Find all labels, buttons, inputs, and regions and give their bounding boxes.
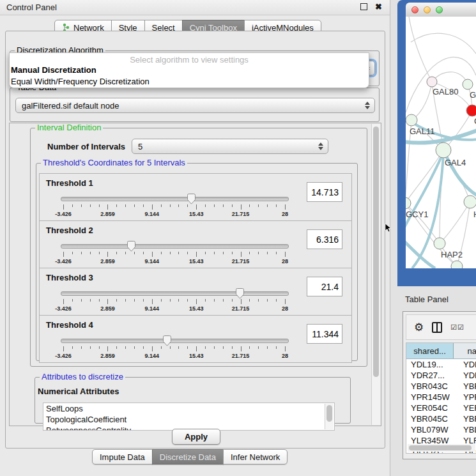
- close-traffic-icon[interactable]: [411, 6, 418, 13]
- cell-name[interactable]: YPR1: [454, 392, 476, 402]
- settings-scroll-panel: Interval Definition Number of Intervals …: [9, 123, 381, 426]
- zoom-traffic-icon[interactable]: [436, 6, 443, 13]
- slider-track[interactable]: [61, 197, 289, 201]
- tab-infer-network[interactable]: Infer Network: [223, 449, 288, 464]
- table-data-combobox[interactable]: galFiltered.sif default node: [15, 98, 375, 113]
- float-window-icon[interactable]: [360, 3, 367, 10]
- number-of-intervals-combobox[interactable]: 5: [132, 139, 328, 154]
- attributes-list-scrollbar[interactable]: [325, 404, 334, 429]
- table-row[interactable]: YBR043CYBR0: [406, 381, 476, 392]
- cell-shared-name[interactable]: YDR27...: [406, 371, 454, 380]
- apply-button[interactable]: Apply: [172, 429, 220, 445]
- slider-track[interactable]: [61, 339, 289, 343]
- slider-thumb[interactable]: [236, 288, 244, 299]
- threshold-label: Threshold 4: [46, 320, 93, 330]
- cell-shared-name[interactable]: YER054C: [406, 403, 454, 413]
- column-header-name[interactable]: na: [454, 343, 476, 358]
- mouse-cursor: [385, 223, 392, 233]
- slider-track[interactable]: [61, 291, 289, 296]
- table-row[interactable]: YDR27...YDR2: [406, 370, 476, 381]
- threshold-slider[interactable]: -3.4262.8599.14415.4321.71528: [61, 197, 288, 213]
- network-node-gal4[interactable]: [436, 142, 451, 158]
- tab-label: Impute Data: [100, 452, 145, 462]
- combo-stepper-icon: [318, 142, 323, 150]
- slider-tick-labels: -3.4262.8599.14415.4321.71528: [63, 258, 285, 265]
- node-table[interactable]: shared... na YDL19...YDL1YDR27...YDR2YBR…: [406, 342, 476, 454]
- numerical-attributes-label: Numerical Attributes: [38, 387, 119, 396]
- gear-icon[interactable]: ⚙: [414, 322, 424, 333]
- threshold-value-field[interactable]: 11.344: [307, 324, 342, 344]
- thresholds-group-title: Threshold's Coordinates for 5 Intervals: [41, 158, 187, 167]
- cell-name[interactable]: YDR2: [454, 371, 476, 380]
- attribute-item-topologicalcoefficient[interactable]: TopologicalCoefficient: [43, 414, 334, 425]
- popup-option-manual-discretization[interactable]: Manual Discretization: [10, 65, 369, 76]
- threshold-panel-threshold-4: Threshold 4-3.4262.8599.14415.4321.71528…: [39, 315, 352, 363]
- close-icon[interactable]: ✖: [375, 3, 382, 10]
- table-row[interactable]: YDL19...YDL1: [406, 359, 476, 370]
- threshold-slider[interactable]: -3.4262.8599.14415.4321.71528: [61, 291, 288, 308]
- minimize-traffic-icon[interactable]: [424, 6, 431, 13]
- network-node-hap2[interactable]: [434, 238, 445, 249]
- screen: Control Panel ✖ NetworkStyleSelectCyni T…: [0, 0, 476, 476]
- numerical-attributes-list[interactable]: SelfLoopsTopologicalCoefficientBetweenne…: [43, 403, 335, 431]
- network-node-gal80[interactable]: [427, 77, 437, 87]
- columns-icon[interactable]: [432, 322, 442, 333]
- settings-panel-scrollbar[interactable]: [371, 124, 380, 425]
- number-of-intervals-value: 5: [138, 142, 142, 151]
- node-label: GAL4: [445, 158, 466, 167]
- slider-ticks: [63, 346, 285, 351]
- tab-impute-data[interactable]: Impute Data: [92, 449, 153, 464]
- cell-name[interactable]: YBR0: [454, 414, 476, 424]
- cell-shared-name[interactable]: YBL079W: [406, 425, 454, 434]
- slider-thumb[interactable]: [163, 335, 171, 346]
- threshold-value-field[interactable]: 6.316: [307, 229, 342, 249]
- network-node-c[interactable]: [466, 105, 476, 116]
- table-row[interactable]: YPR145WYPR1: [406, 392, 476, 403]
- table-horizontal-scrollbar[interactable]: [408, 444, 475, 452]
- network-node-gal11[interactable]: [406, 114, 417, 126]
- table-header-row: shared... na: [406, 343, 476, 359]
- threshold-slider[interactable]: -3.4262.8599.14415.4321.71528: [61, 339, 288, 355]
- network-node-gcy1[interactable]: [406, 197, 411, 209]
- popup-options: Manual DiscretizationEqual Width/Frequen…: [10, 65, 369, 88]
- table-row[interactable]: YER054CYER0: [406, 403, 476, 413]
- cell-name[interactable]: YBR0: [454, 381, 476, 391]
- slider-thumb[interactable]: [127, 241, 135, 252]
- table-data-group: Table Data galFiltered.sif default node: [10, 88, 380, 122]
- threshold-panel-threshold-1: Threshold 1-3.4262.8599.14415.4321.71528…: [39, 173, 352, 221]
- cell-name[interactable]: YBL0: [454, 425, 476, 434]
- threshold-value-field[interactable]: 21.4: [307, 277, 342, 296]
- attributes-group-title: Attributes to discretize: [40, 372, 125, 381]
- column-header-shared-name[interactable]: shared...: [406, 343, 454, 358]
- table-panel-toolbar: ⚙ ☑☑: [406, 314, 476, 340]
- popup-option-equal-width-frequency-discretization[interactable]: Equal Width/Frequency Discretization: [10, 76, 369, 88]
- network-canvas[interactable]: GAL80GACGAL11GAL4GCY1HHAP2: [406, 17, 476, 268]
- tab-discretize-data[interactable]: Discretize Data: [152, 449, 224, 464]
- network-view-window[interactable]: GAL80GACGAL11GAL4GCY1HHAP2: [397, 0, 476, 286]
- threshold-panel-threshold-2: Threshold 2-3.4262.8599.14415.4321.71528…: [39, 220, 352, 268]
- cell-shared-name[interactable]: YBR043C: [406, 381, 454, 391]
- network-node-h[interactable]: [464, 196, 476, 208]
- table-row[interactable]: YBL079WYBL0: [406, 424, 476, 435]
- combo-stepper-icon: [365, 102, 370, 109]
- threshold-slider[interactable]: -3.4262.8599.14415.4321.71528: [61, 244, 288, 261]
- network-window-titlebar: [406, 3, 476, 17]
- threshold-label: Threshold 3: [46, 273, 93, 282]
- cell-shared-name[interactable]: YPR145W: [406, 392, 454, 402]
- slider-thumb[interactable]: [187, 194, 196, 204]
- table-row[interactable]: YBR045CYBR0: [406, 413, 476, 424]
- cell-name[interactable]: YDL1: [454, 360, 476, 369]
- tab-label: Discretize Data: [160, 452, 216, 462]
- network-node-ga[interactable]: [463, 79, 473, 89]
- cell-shared-name[interactable]: YDL19...: [406, 360, 454, 369]
- attribute-item-selfloops[interactable]: SelfLoops: [43, 403, 334, 414]
- threshold-value-field[interactable]: 14.713: [307, 182, 342, 202]
- node-label: GA: [470, 90, 476, 100]
- slider-tick-labels: -3.4262.8599.14415.4321.71528: [63, 305, 285, 312]
- slider-ticks: [63, 252, 285, 257]
- slider-track[interactable]: [61, 244, 289, 249]
- cell-name[interactable]: YER0: [454, 403, 476, 413]
- panel-title: Control Panel: [0, 3, 57, 12]
- checkboxes-icon[interactable]: ☑☑: [450, 323, 464, 332]
- cell-shared-name[interactable]: YBR045C: [406, 414, 454, 424]
